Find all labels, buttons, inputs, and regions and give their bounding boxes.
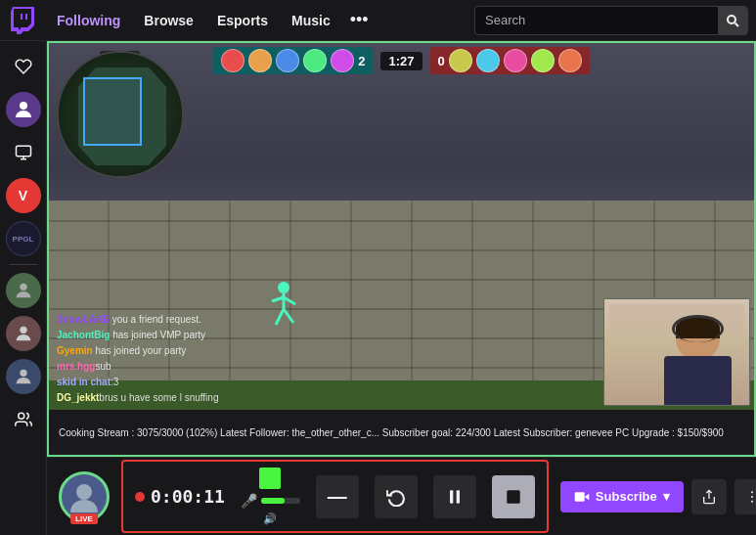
stream-timer: 0:00:11 (135, 486, 225, 507)
minus-button[interactable]: — (316, 475, 359, 518)
svg-line-12 (284, 297, 295, 304)
stop-button[interactable] (492, 475, 535, 518)
team-right: 0 (430, 47, 590, 74)
svg-rect-21 (575, 492, 585, 501)
chat-line-1: SnowLAKE you a friend request. (57, 312, 311, 327)
game-timer: 1:27 (380, 52, 422, 70)
nav-browse[interactable]: Browse (134, 9, 203, 32)
nav-music[interactable]: Music (282, 9, 340, 32)
search-bar (474, 6, 748, 35)
svg-point-10 (278, 282, 289, 293)
main-content: V PPGL B Short (0, 41, 756, 535)
twitch-logo[interactable] (8, 3, 43, 38)
team-right-score: 0 (438, 54, 445, 68)
sidebar-avatar-3[interactable] (6, 316, 41, 351)
svg-point-0 (728, 16, 735, 23)
sidebar-avatar-2[interactable] (6, 273, 41, 308)
svg-point-7 (20, 327, 26, 334)
svg-point-25 (751, 500, 753, 502)
svg-point-9 (18, 413, 23, 419)
webcam-overlay (603, 298, 750, 406)
svg-marker-20 (585, 493, 590, 500)
game-scene: B Short 2 (49, 43, 754, 455)
video-player: B Short 2 (47, 41, 756, 457)
nav-esports[interactable]: Esports (207, 9, 278, 32)
svg-point-24 (751, 496, 753, 498)
share-button[interactable] (691, 479, 727, 514)
controls-box: 0:00:11 🎤 🔊 (121, 460, 549, 533)
stream-info-text: Cooking Stream : 3075/3000 (102%) Latest… (59, 427, 724, 438)
nav-more[interactable]: ••• (344, 6, 375, 34)
sidebar-avatar-4[interactable] (6, 359, 41, 394)
svg-point-16 (76, 484, 92, 500)
live-badge: LIVE (70, 513, 98, 524)
timer-display: 0:00:11 (151, 486, 225, 507)
top-nav: Following Browse Esports Music ••• (0, 0, 756, 41)
team-left: 2 (213, 47, 373, 74)
nav-following[interactable]: Following (47, 9, 130, 32)
volume-icon: 🔊 (263, 513, 277, 525)
svg-rect-3 (16, 146, 30, 156)
sidebar-valorant-icon[interactable]: V (6, 178, 41, 213)
hud-top: 2 1:27 0 (49, 47, 754, 74)
svg-rect-17 (450, 490, 453, 503)
subscribe-dropdown-icon: ▾ (663, 489, 670, 504)
chat-line-3: Gyemin has joined your party (57, 343, 311, 358)
sidebar-divider-1 (10, 264, 37, 265)
bottom-controls: LIVE 0:00:11 🎤 (47, 457, 756, 535)
team-left-score: 2 (358, 54, 365, 68)
rec-dot (135, 492, 145, 502)
svg-point-8 (20, 370, 26, 377)
svg-rect-18 (457, 490, 460, 503)
chat-line-6: DG_jekktbrus u have some l snuffing (57, 390, 311, 405)
svg-point-6 (20, 284, 26, 290)
chat-line-2: JachontBig has joined VMP party (57, 328, 311, 342)
stream-info-bar: Cooking Stream : 3075/3000 (102%) Latest… (49, 410, 754, 455)
pause-button[interactable] (433, 475, 476, 518)
search-button[interactable] (718, 6, 747, 35)
subscribe-area: Subscribe ▾ (560, 479, 756, 514)
svg-line-1 (735, 22, 739, 26)
chat-line-5: skid in chat:3 (57, 375, 311, 389)
video-container: B Short 2 (47, 41, 756, 535)
sidebar-ppgl-icon[interactable]: PPGL (6, 221, 41, 256)
sidebar-following-icon[interactable] (6, 49, 41, 84)
reset-button[interactable] (375, 475, 418, 518)
chat-line-4: mrs.hggsub (57, 359, 311, 374)
chat-overlay: SnowLAKE you a friend request. JachontBi… (57, 312, 311, 406)
more-options-button[interactable] (734, 479, 756, 514)
live-avatar-container[interactable]: LIVE (59, 471, 110, 522)
search-input[interactable] (485, 13, 718, 27)
left-sidebar: V PPGL (0, 41, 47, 535)
svg-line-13 (272, 297, 284, 301)
svg-point-23 (751, 491, 753, 493)
svg-point-2 (20, 102, 27, 110)
svg-rect-19 (507, 490, 520, 504)
sidebar-browse-icon[interactable] (6, 135, 41, 170)
mic-icon: 🎤 (241, 493, 257, 509)
sidebar-friends-icon[interactable] (6, 402, 41, 437)
sidebar-avatar-1[interactable] (6, 92, 41, 127)
video-status-light[interactable] (259, 468, 281, 489)
subscribe-button[interactable]: Subscribe ▾ (560, 481, 684, 513)
status-control-group: 🎤 🔊 (241, 468, 300, 525)
